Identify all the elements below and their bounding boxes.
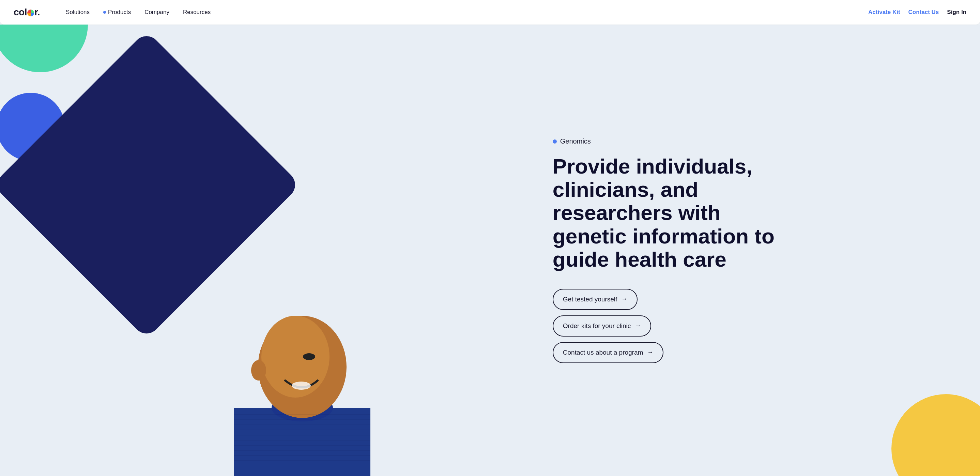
svg-point-6 [251, 360, 266, 380]
nav-solutions[interactable]: Solutions [60, 6, 95, 18]
category-dot-icon [553, 139, 557, 144]
nav-resources[interactable]: Resources [178, 6, 216, 18]
hero-headline: Provide individuals, clinicians, and res… [553, 155, 784, 271]
svg-point-8 [292, 382, 311, 390]
nav-company[interactable]: Company [139, 6, 175, 18]
category-label: Genomics [553, 137, 959, 145]
nav-dot-icon [103, 11, 106, 14]
sign-in-link[interactable]: Sign In [947, 9, 966, 16]
contact-us-link[interactable]: Contact Us [908, 9, 939, 16]
navbar: colr. Solutions Products Company Resourc… [0, 0, 980, 24]
arrow-icon: → [621, 296, 627, 303]
logo-o-icon [27, 10, 34, 16]
nav-products[interactable]: Products [98, 6, 136, 18]
person-photo [221, 244, 384, 476]
contact-program-button[interactable]: Contact us about a program → [553, 342, 664, 363]
hero-content: Genomics Provide individuals, clinicians… [539, 24, 980, 476]
person-svg [221, 244, 384, 476]
cta-buttons-group: Get tested yourself → Order kits for you… [553, 289, 959, 363]
order-kits-button[interactable]: Order kits for your clinic → [553, 315, 652, 337]
hero-image-area [0, 24, 539, 476]
logo-text: colr. [14, 7, 40, 18]
activate-kit-link[interactable]: Activate Kit [868, 9, 900, 16]
get-tested-button[interactable]: Get tested yourself → [553, 289, 638, 310]
arrow-icon: → [635, 322, 641, 329]
nav-links: Solutions Products Company Resources [60, 6, 868, 18]
category-text: Genomics [560, 137, 591, 145]
svg-point-7 [303, 353, 315, 360]
arrow-icon: → [647, 349, 653, 356]
hero-section: Genomics Provide individuals, clinicians… [0, 24, 980, 476]
nav-actions: Activate Kit Contact Us Sign In [868, 9, 966, 16]
logo[interactable]: colr. [14, 7, 40, 18]
